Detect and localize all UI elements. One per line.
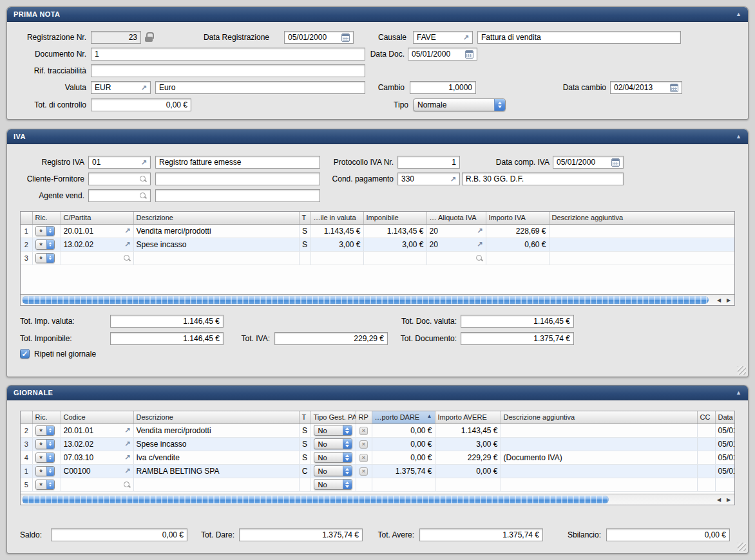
data-cambio-input[interactable]: 02/04/2013 [610,81,682,94]
column-header[interactable]: CC [697,411,715,424]
descrizione-cell[interactable]: Vendita merci/prodotti [133,224,299,238]
t-cell[interactable] [299,478,311,491]
protocollo-input[interactable]: 1 [397,156,460,169]
data-cell[interactable]: 05/01/2000 [715,464,734,478]
collapse-icon[interactable]: ▲ [736,12,741,17]
cpartita-cell[interactable]: 13.02.02 [64,240,124,249]
tipo-gest-pa-select[interactable]: No [314,452,352,463]
link-icon[interactable]: ↗ [463,34,469,41]
ric-stepper[interactable]: * [35,226,55,236]
resize-grip[interactable] [738,543,746,551]
codice-cell[interactable]: C00100 [64,467,124,476]
causale-code-input[interactable]: FAVE ↗ [413,31,473,44]
cliente-fornitore-code-input[interactable] [88,173,151,185]
importo-avere-cell[interactable]: 0,00 € [435,464,501,478]
column-header[interactable]: Codice [61,411,133,424]
link-icon[interactable]: ↗ [450,176,456,183]
cc-cell[interactable] [697,424,715,437]
cc-cell[interactable] [697,464,715,478]
column-header[interactable]: Tipo Gest. PA [311,411,356,424]
agente-code-input[interactable] [88,189,151,202]
importo-dare-cell[interactable] [372,478,435,491]
data-cell[interactable] [715,478,734,491]
importo-iva-cell[interactable]: 228,69 € [486,224,549,238]
scroll-right-icon[interactable]: ▶ [724,497,733,503]
ric-stepper[interactable]: * [35,453,55,463]
codice-cell[interactable]: 13.02.02 [64,440,124,449]
search-icon[interactable] [139,175,147,183]
column-header[interactable]: Importo IVA [486,212,549,224]
data-doc-input[interactable]: 05/01/2000 [408,48,477,61]
tipo-gest-pa-select[interactable]: No [314,425,352,436]
t-cell[interactable]: S [299,437,311,451]
t-cell[interactable]: S [299,451,311,464]
column-header-sorted[interactable]: ▲…porto DARE [372,411,435,424]
desc-aggiuntiva-cell[interactable] [549,224,734,238]
importo-dare-cell[interactable]: 0,00 € [372,424,435,437]
horizontal-scrollbar[interactable]: ◀ ▶ [21,294,734,305]
search-icon[interactable] [123,254,131,262]
cliente-fornitore-desc-input[interactable] [155,173,320,185]
valuta-cell[interactable] [311,251,363,265]
t-cell[interactable] [299,251,311,265]
aliquota-cell[interactable]: 20 [430,240,476,249]
codice-cell[interactable]: 20.01.01 [64,426,124,435]
desc-aggiuntiva-cell[interactable] [501,437,697,451]
column-header[interactable]: T [299,411,311,424]
importo-avere-cell[interactable]: 3,00 € [435,437,501,451]
cambio-input[interactable]: 1,0000 [410,81,476,94]
column-header[interactable]: Descrizione [133,212,299,224]
table-row[interactable]: 2 * 13.02.02↗ Spese incasso S 3,00 € 3,0… [21,238,734,251]
cond-pagamento-desc-input[interactable]: R.B. 30 GG. D.F. [462,173,624,185]
link-icon[interactable]: ↗ [124,467,130,474]
desc-aggiuntiva-cell[interactable] [501,424,697,437]
importo-avere-cell[interactable]: 229,29 € [435,451,501,464]
codice-cell[interactable]: 07.03.10 [64,453,124,462]
column-header[interactable] [21,212,32,224]
descrizione-cell[interactable]: Spese incasso [133,238,299,251]
t-cell[interactable]: C [299,464,311,478]
descrizione-cell[interactable] [133,251,299,265]
t-cell[interactable]: S [299,224,311,238]
tipo-gest-pa-select[interactable]: No [314,438,352,449]
descrizione-cell[interactable] [133,478,299,491]
giornale-header-bar[interactable]: GIORNALE ▲ [7,386,748,400]
scrollbar-thumb[interactable] [22,296,709,304]
horizontal-scrollbar[interactable]: ◀ ▶ [21,494,734,505]
cc-cell[interactable] [697,451,715,464]
desc-aggiuntiva-cell[interactable] [501,464,697,478]
data-cell[interactable]: 05/01/2000 [715,424,734,437]
t-cell[interactable]: S [299,424,311,437]
descrizione-cell[interactable]: RAMBLA BELTING SPA [133,464,299,478]
descrizione-cell[interactable]: Spese incasso [133,437,299,451]
calendar-icon[interactable] [611,158,620,167]
causale-desc-input[interactable]: Fattura di vendita [477,31,681,44]
ric-stepper[interactable]: * [35,439,55,449]
data-cell[interactable]: 05/01/2000 [715,437,734,451]
desc-aggiuntiva-cell[interactable]: (Documento IVA) [501,451,697,464]
registro-iva-desc-input[interactable]: Registro fatture emesse [155,156,320,169]
importo-dare-cell[interactable]: 0,00 € [372,451,435,464]
valuta-cell[interactable]: 1.143,45 € [311,224,363,238]
agente-desc-input[interactable] [155,189,320,202]
scrollbar-thumb[interactable] [22,496,609,503]
column-header[interactable]: Descrizione aggiuntiva [501,411,697,424]
column-header[interactable]: … Aliquota IVA [426,212,486,224]
link-icon[interactable]: ↗ [124,454,130,461]
ric-stepper[interactable]: * [35,425,55,436]
iva-header-bar[interactable]: IVA ▲ [7,129,748,144]
valuta-desc-input[interactable]: Euro [155,81,365,94]
documento-input[interactable]: 1 [91,48,365,61]
table-row[interactable]: 2 * 20.01.01↗ Vendita merci/prodotti S N… [21,424,734,437]
table-row[interactable]: 3 * 13.02.02↗ Spese incasso S No × 0,00 … [21,437,734,451]
prima-nota-header-bar[interactable]: PRIMA NOTA ▲ [7,7,748,22]
link-icon[interactable]: ↗ [124,227,130,234]
link-icon[interactable]: ↗ [141,159,147,166]
link-icon[interactable]: ↗ [124,427,130,434]
resize-grip[interactable] [738,366,746,375]
valuta-cell[interactable]: 3,00 € [311,238,363,251]
cpartita-cell[interactable]: 20.01.01 [64,227,124,236]
search-icon[interactable] [123,481,131,489]
table-row[interactable]: 1 * 20.01.01↗ Vendita merci/prodotti S 1… [21,224,734,238]
desc-aggiuntiva-cell[interactable] [549,238,734,251]
